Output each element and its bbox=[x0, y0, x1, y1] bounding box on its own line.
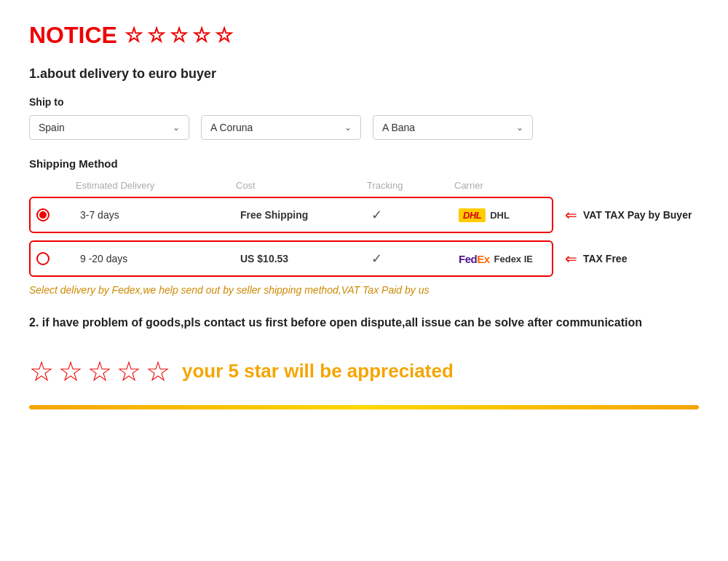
dhl-radio-cell bbox=[36, 208, 80, 221]
fedex-arrow-icon: ⇐ bbox=[565, 250, 577, 267]
dhl-vat-annotation: ⇐ VAT TAX Pay by Buyer bbox=[565, 206, 692, 224]
dhl-vat-label: VAT TAX Pay by Buyer bbox=[583, 209, 692, 221]
fedex-radio-button[interactable] bbox=[36, 252, 50, 265]
notice-stars: ☆ ☆ ☆ ☆ ☆ bbox=[124, 23, 233, 47]
fedex-delivery-days: 9 -20 days bbox=[80, 253, 240, 264]
region-dropdown[interactable]: A Coruna ⌄ bbox=[201, 115, 361, 140]
bottom-star-2: ☆ bbox=[58, 356, 83, 388]
fedex-tax-annotation: ⇐ TAX Free bbox=[565, 250, 627, 267]
star-appreciation-text: your 5 star will be appreciated bbox=[182, 360, 454, 382]
section1-heading: 1.about delivery to euro buyer bbox=[29, 66, 699, 82]
country-value: Spain bbox=[39, 122, 65, 133]
notice-star-3: ☆ bbox=[170, 23, 188, 47]
dhl-carrier-label: DHL bbox=[490, 210, 510, 221]
notice-star-5: ☆ bbox=[215, 23, 233, 47]
bottom-star-5: ☆ bbox=[146, 356, 170, 388]
fedex-fed-text: Fed bbox=[459, 253, 477, 265]
col-radio-header bbox=[32, 180, 76, 191]
col-cost: Cost bbox=[236, 180, 367, 191]
fedex-logo: FedEx bbox=[459, 253, 490, 265]
notice-star-2: ☆ bbox=[147, 23, 165, 47]
fedex-cost: US $10.53 bbox=[240, 253, 371, 264]
fedex-shipping-row: 9 -20 days US $10.53 ✓ FedEx Fedex IE ⇐ … bbox=[29, 240, 699, 277]
notice-title-text: NOTICE bbox=[29, 22, 117, 49]
bottom-star-4: ☆ bbox=[116, 356, 141, 388]
fedex-note: Select delivery by Fedex,we help send ou… bbox=[29, 284, 699, 296]
bottom-star-3: ☆ bbox=[87, 356, 112, 388]
dhl-tracking-check-icon: ✓ bbox=[371, 207, 459, 223]
notice-star-1: ☆ bbox=[124, 23, 143, 47]
col-tracking: Tracking bbox=[367, 180, 454, 191]
dhl-arrow-icon: ⇐ bbox=[565, 206, 577, 224]
notice-star-4: ☆ bbox=[192, 23, 210, 47]
bottom-stars-group: ☆ ☆ ☆ ☆ ☆ bbox=[29, 356, 170, 388]
fedex-ex-text: Ex bbox=[477, 253, 489, 265]
col-carrier: Carrier bbox=[454, 180, 600, 191]
section2-text: 2. if have problem of goods,pls contact … bbox=[29, 313, 699, 332]
country-dropdown[interactable]: Spain ⌄ bbox=[29, 115, 189, 140]
city-chevron-icon: ⌄ bbox=[516, 122, 523, 133]
fedex-tax-label: TAX Free bbox=[583, 253, 627, 264]
region-chevron-icon: ⌄ bbox=[344, 122, 352, 133]
ship-to-label: Ship to bbox=[29, 96, 699, 108]
dhl-delivery-days: 3-7 days bbox=[80, 209, 240, 221]
fedex-option[interactable]: 9 -20 days US $10.53 ✓ FedEx Fedex IE bbox=[29, 240, 553, 277]
dhl-radio-button[interactable] bbox=[36, 208, 50, 221]
bottom-decorative-line bbox=[29, 405, 699, 409]
fedex-radio-cell bbox=[36, 252, 80, 265]
notice-title-row: NOTICE ☆ ☆ ☆ ☆ ☆ bbox=[29, 22, 699, 49]
city-value: A Bana bbox=[382, 122, 415, 133]
fedex-carrier-label: Fedex IE bbox=[494, 254, 533, 264]
bottom-stars-row: ☆ ☆ ☆ ☆ ☆ your 5 star will be appreciate… bbox=[29, 356, 699, 388]
bottom-star-1: ☆ bbox=[29, 356, 54, 388]
dropdowns-row: Spain ⌄ A Coruna ⌄ A Bana ⌄ bbox=[29, 115, 699, 140]
country-chevron-icon: ⌄ bbox=[173, 122, 180, 133]
table-header: Estimated Delivery Cost Tracking Carrier bbox=[29, 180, 699, 191]
city-dropdown[interactable]: A Bana ⌄ bbox=[373, 115, 533, 140]
dhl-shipping-row: 3-7 days Free Shipping ✓ DHL DHL ⇐ VAT T… bbox=[29, 197, 699, 233]
col-estimated-delivery: Estimated Delivery bbox=[76, 180, 236, 191]
dhl-option[interactable]: 3-7 days Free Shipping ✓ DHL DHL bbox=[29, 197, 553, 233]
dhl-cost: Free Shipping bbox=[240, 209, 371, 221]
shipping-method-label: Shipping Method bbox=[29, 157, 699, 170]
fedex-tracking-check-icon: ✓ bbox=[371, 251, 459, 267]
dhl-logo: DHL bbox=[459, 208, 486, 222]
region-value: A Coruna bbox=[210, 122, 253, 133]
